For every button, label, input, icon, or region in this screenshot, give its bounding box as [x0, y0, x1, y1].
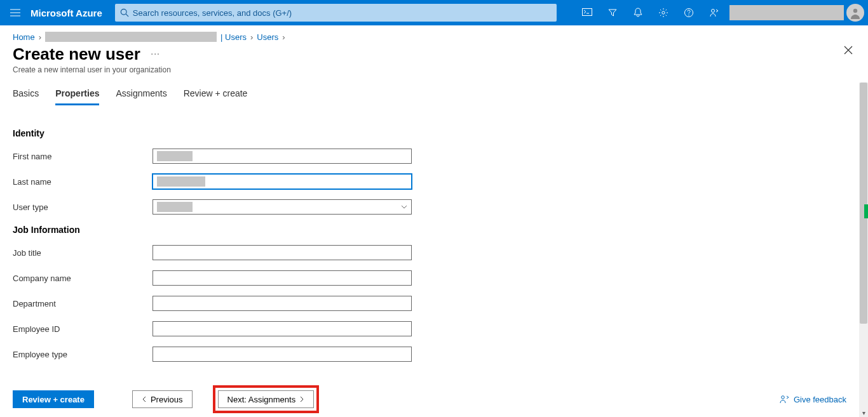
svg-point-4: [662, 11, 665, 14]
page-subtitle: Create a new internal user in your organ…: [13, 65, 855, 74]
tabs: Basics Properties Assignments Review + c…: [0, 74, 868, 105]
filter-button[interactable]: [600, 0, 625, 25]
top-bar: Microsoft Azure Search resources, servic…: [0, 0, 868, 25]
scrollbar-track[interactable]: ▴ ▾: [859, 83, 868, 417]
svg-point-6: [688, 15, 689, 15]
close-icon: [844, 46, 853, 55]
svg-point-9: [782, 396, 785, 399]
breadcrumb-sep: ›: [282, 32, 285, 42]
breadcrumb-tenant-redacted[interactable]: [45, 32, 217, 42]
input-employee-type[interactable]: [153, 347, 412, 362]
label-company-name: Company name: [13, 274, 153, 283]
chevron-left-icon: [142, 396, 147, 402]
feedback-icon: [780, 395, 790, 404]
svg-line-1: [126, 14, 128, 17]
help-icon: [684, 8, 694, 18]
row-last-name: Last name: [13, 174, 846, 189]
page-header: Create new user ··· Create a new interna…: [0, 44, 868, 74]
global-search[interactable]: Search resources, services, and docs (G+…: [115, 4, 557, 22]
breadcrumb-users2[interactable]: Users: [257, 32, 278, 42]
row-employee-id: Employee ID: [13, 321, 846, 336]
breadcrumb: Home › | Users › Users ›: [0, 25, 868, 44]
brand-label[interactable]: Microsoft Azure: [31, 8, 115, 18]
previous-button[interactable]: Previous: [132, 390, 193, 408]
next-label: Next: Assignments: [227, 395, 296, 404]
label-first-name: First name: [13, 152, 153, 161]
hamburger-icon: [10, 9, 20, 17]
row-employee-type: Employee type: [13, 347, 846, 362]
input-employee-id[interactable]: [153, 321, 412, 336]
input-job-title[interactable]: [153, 245, 412, 260]
label-job-title: Job title: [13, 248, 153, 258]
gear-icon: [658, 8, 668, 18]
bell-icon: [634, 8, 642, 18]
svg-rect-2: [583, 9, 592, 16]
cloud-shell-button[interactable]: [574, 0, 600, 25]
label-user-type: User type: [13, 202, 153, 212]
topbar-right: [574, 0, 868, 25]
more-actions-button[interactable]: ···: [151, 48, 160, 58]
feedback-label: Give feedback: [794, 395, 846, 404]
first-name-value-redacted: [157, 151, 193, 161]
side-indicator: [864, 204, 868, 218]
form-content: Identity First name Last name User type …: [0, 121, 859, 379]
footer-bar: Review + create Previous Next: Assignmen…: [0, 381, 859, 417]
scrollbar-thumb[interactable]: [860, 83, 867, 324]
user-avatar[interactable]: [846, 4, 864, 22]
label-department: Department: [13, 299, 153, 308]
cloud-shell-icon: [582, 8, 592, 17]
svg-point-0: [121, 9, 126, 15]
row-company-name: Company name: [13, 270, 846, 286]
breadcrumb-users1[interactable]: | Users: [220, 32, 247, 42]
close-blade-button[interactable]: [844, 46, 853, 55]
svg-point-7: [712, 10, 715, 13]
search-icon: [120, 8, 129, 17]
review-create-button[interactable]: Review + create: [13, 390, 94, 408]
section-identity-heading: Identity: [13, 128, 846, 138]
label-last-name: Last name: [13, 177, 153, 187]
tab-basics[interactable]: Basics: [13, 88, 39, 105]
section-job-heading: Job Information: [13, 225, 846, 235]
label-employee-id: Employee ID: [13, 324, 153, 334]
scroll-down-arrow-icon[interactable]: ▾: [859, 408, 868, 417]
search-wrap: Search resources, services, and docs (G+…: [115, 4, 557, 22]
input-last-name[interactable]: [153, 174, 412, 189]
row-first-name: First name: [13, 149, 846, 164]
hamburger-menu[interactable]: [0, 9, 31, 17]
page-title: Create new user: [13, 44, 140, 64]
chevron-down-icon: [401, 205, 407, 209]
settings-button[interactable]: [651, 0, 676, 25]
chevron-right-icon: [299, 396, 304, 402]
next-assignments-button[interactable]: Next: Assignments: [218, 390, 315, 408]
select-user-type[interactable]: [153, 199, 412, 215]
user-type-value-redacted: [157, 202, 193, 212]
search-placeholder: Search resources, services, and docs (G+…: [133, 8, 292, 18]
input-first-name[interactable]: [153, 149, 412, 164]
row-department: Department: [13, 296, 846, 311]
previous-label: Previous: [151, 395, 183, 404]
input-department[interactable]: [153, 296, 412, 311]
avatar-icon: [849, 6, 862, 19]
row-job-title: Job title: [13, 245, 846, 260]
tab-properties[interactable]: Properties: [55, 88, 99, 105]
tab-assignments[interactable]: Assignments: [116, 88, 166, 105]
breadcrumb-sep: ›: [39, 32, 41, 42]
breadcrumb-sep: ›: [250, 32, 253, 42]
highlight-annotation: Next: Assignments: [213, 385, 320, 413]
breadcrumb-home[interactable]: Home: [13, 32, 35, 42]
feedback-person-icon: [709, 8, 719, 18]
directory-filter-icon: [607, 8, 618, 18]
give-feedback-link[interactable]: Give feedback: [780, 395, 846, 404]
help-button[interactable]: [676, 0, 702, 25]
input-company-name[interactable]: [153, 270, 412, 286]
label-employee-type: Employee type: [13, 350, 153, 359]
tab-review[interactable]: Review + create: [184, 88, 248, 105]
row-user-type: User type: [13, 199, 846, 215]
account-info-redacted[interactable]: [729, 5, 844, 20]
feedback-top-button[interactable]: [702, 0, 727, 25]
svg-point-8: [853, 9, 857, 13]
last-name-value-redacted: [157, 176, 205, 187]
notifications-button[interactable]: [625, 0, 651, 25]
